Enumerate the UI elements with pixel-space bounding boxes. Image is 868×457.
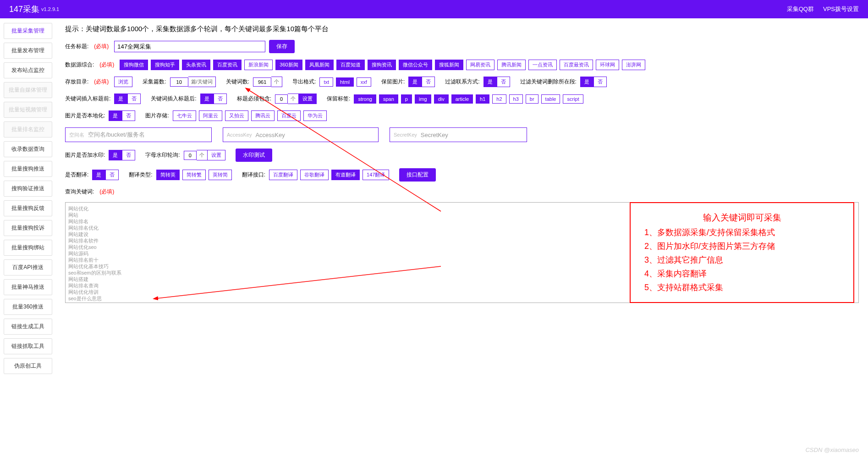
sidebar-item[interactable]: 收录数据查询 xyxy=(4,141,52,157)
img-local-yes[interactable]: 是 xyxy=(109,110,122,121)
kw-before-no[interactable]: 否 xyxy=(127,94,141,104)
sidebar-item[interactable]: 批量搜狗绑站 xyxy=(4,240,52,256)
tag-option[interactable]: script xyxy=(563,94,583,104)
sidebar-item[interactable]: 搜狗验证推送 xyxy=(4,181,52,197)
filter-kw-yes[interactable]: 是 xyxy=(580,77,593,87)
task-title-input[interactable] xyxy=(114,41,265,52)
kw-after-label: 关键词插入标题后: xyxy=(151,95,196,103)
tag-option[interactable]: 百度资讯 xyxy=(213,60,242,70)
tag-option[interactable]: strong xyxy=(354,94,376,104)
keep-img-label: 保留图片: xyxy=(381,78,405,86)
tag-option[interactable]: 简转繁 xyxy=(182,170,206,180)
count-input[interactable] xyxy=(170,77,188,87)
tag-option[interactable]: h3 xyxy=(509,94,523,104)
filter-contact-yes[interactable]: 是 xyxy=(483,77,497,87)
tag-option[interactable]: xxf xyxy=(357,77,371,87)
tag-option[interactable]: p xyxy=(401,94,412,104)
translate-no[interactable]: 否 xyxy=(105,170,119,180)
tag-option[interactable]: 英转简 xyxy=(209,170,232,180)
link-qq-group[interactable]: 采集QQ群 xyxy=(787,5,814,13)
filter-kw-no[interactable]: 否 xyxy=(593,77,607,87)
sidebar-item[interactable]: 批量360推送 xyxy=(4,299,52,315)
save-button[interactable]: 保存 xyxy=(269,40,295,53)
tag-option[interactable]: 搜狗微信 xyxy=(120,60,148,70)
tag-option[interactable]: 百度最资讯 xyxy=(560,60,593,70)
watermark-no[interactable]: 否 xyxy=(122,150,135,160)
sidebar-item[interactable]: 批量采集管理 xyxy=(4,23,52,39)
sidebar-item[interactable]: 链接生成工具 xyxy=(4,319,52,335)
tag-option[interactable]: html xyxy=(336,77,354,87)
browse-button[interactable]: 浏览 xyxy=(114,77,132,87)
export-format-label: 导出格式: xyxy=(292,78,316,86)
tag-option[interactable]: img xyxy=(415,94,431,104)
filter-contact-no[interactable]: 否 xyxy=(497,77,510,87)
api-config-button[interactable]: 接口配置 xyxy=(399,168,436,182)
tag-option[interactable]: div xyxy=(434,94,449,104)
tag-option[interactable]: article xyxy=(451,94,473,104)
tag-option[interactable]: 360新闻 xyxy=(275,60,302,70)
tag-option[interactable]: 搜狐新闻 xyxy=(435,60,463,70)
tag-option[interactable]: 阿里云 xyxy=(199,110,222,121)
sidebar-item[interactable]: 发布站点监控 xyxy=(4,62,52,78)
must-contain-set[interactable]: 设置 xyxy=(298,94,317,104)
keep-img-no[interactable]: 否 xyxy=(422,77,435,87)
keep-img-yes[interactable]: 是 xyxy=(408,77,422,87)
tag-option[interactable]: 又拍云 xyxy=(225,110,248,121)
translate-yes[interactable]: 是 xyxy=(92,170,105,180)
tag-option[interactable]: br xyxy=(526,94,538,104)
kw-count-input[interactable] xyxy=(253,77,271,87)
link-vps-dial[interactable]: VPS拨号设置 xyxy=(823,5,859,13)
img-local-no[interactable]: 否 xyxy=(122,110,135,121)
tag-option[interactable]: 搜狗知乎 xyxy=(151,60,179,70)
tag-option[interactable]: 有道翻译 xyxy=(331,170,360,180)
tag-option[interactable]: span xyxy=(379,94,398,104)
sidebar-item[interactable]: 批量神马推送 xyxy=(4,279,52,295)
tag-option[interactable]: 七牛云 xyxy=(173,110,196,121)
tag-option[interactable]: 百度翻译 xyxy=(269,170,297,180)
must-contain-input[interactable] xyxy=(275,94,288,104)
tag-option[interactable]: 凤凰新闻 xyxy=(305,60,334,70)
tag-option[interactable]: 微信公众号 xyxy=(399,60,432,70)
wm-alpha-input[interactable] xyxy=(184,151,197,160)
sidebar-item: 批量排名监控 xyxy=(4,121,52,138)
tag-option[interactable]: h1 xyxy=(476,94,489,104)
tag-option[interactable]: 147翻译 xyxy=(363,170,389,180)
wm-alpha-set[interactable]: 设置 xyxy=(207,150,225,160)
sidebar-item[interactable]: 百度API推送 xyxy=(4,259,52,275)
tag-option[interactable]: 华为云 xyxy=(303,110,327,121)
watermark-test-button[interactable]: 水印测试 xyxy=(236,149,272,162)
tag-option[interactable]: h2 xyxy=(492,94,506,104)
tag-option[interactable]: 澎湃网 xyxy=(622,60,645,70)
tag-option[interactable]: 搜狗资讯 xyxy=(368,60,396,70)
sidebar-item[interactable]: 批量搜狗反馈 xyxy=(4,200,52,216)
tag-option[interactable]: 新浪新闻 xyxy=(244,60,273,70)
tag-option[interactable]: 简转英 xyxy=(156,170,180,180)
tag-option[interactable]: 谷歌翻译 xyxy=(300,170,329,180)
kw-before-yes[interactable]: 是 xyxy=(114,94,127,104)
tag-option[interactable]: table xyxy=(541,94,560,104)
tag-option[interactable]: 环球网 xyxy=(596,60,619,70)
keywords-textarea[interactable] xyxy=(65,202,859,303)
tag-option[interactable]: 网易资讯 xyxy=(466,60,494,70)
tag-option[interactable]: 头条资讯 xyxy=(182,60,210,70)
tag-option[interactable]: 一点资讯 xyxy=(528,60,557,70)
kw-after-no[interactable]: 否 xyxy=(214,94,227,104)
format-tags: txthtmlxxf xyxy=(319,77,371,87)
secret-key-input[interactable]: SecretKey SecretKey xyxy=(390,127,527,142)
tag-option[interactable]: 百度云 xyxy=(277,110,301,121)
kw-after-yes[interactable]: 是 xyxy=(200,94,214,104)
access-key-input[interactable]: AccessKey AccessKey xyxy=(223,127,379,142)
watermark-yes[interactable]: 是 xyxy=(109,150,122,160)
bucket-name-input[interactable]: 空间名 空间名/bucket/服务名 xyxy=(65,127,212,142)
keep-tags-label: 保留标签: xyxy=(327,95,350,103)
tag-option[interactable]: 腾讯云 xyxy=(251,110,275,121)
sidebar-item[interactable]: 伪原创工具 xyxy=(4,358,52,374)
sidebar-item[interactable]: 批量发布管理 xyxy=(4,43,52,59)
tag-option[interactable]: 百度知道 xyxy=(336,60,365,70)
tag-option[interactable]: txt xyxy=(319,77,333,87)
sidebar-item[interactable]: 批量搜狗推送 xyxy=(4,161,52,177)
sidebar-item[interactable]: 批量搜狗投诉 xyxy=(4,220,52,236)
sidebar-item[interactable]: 链接抓取工具 xyxy=(4,338,52,354)
tag-option[interactable]: 腾讯新闻 xyxy=(497,60,526,70)
bucket-name-label: 空间名 xyxy=(69,132,84,138)
